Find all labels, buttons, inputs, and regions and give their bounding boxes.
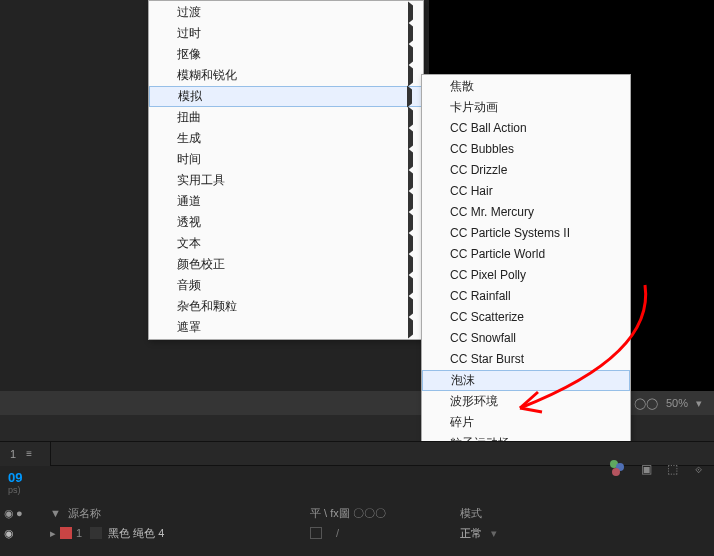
submenu-arrow-icon — [408, 23, 413, 44]
menu-item-9[interactable]: 通道 — [149, 191, 423, 212]
submenu-item-7[interactable]: CC Particle Systems II — [422, 223, 630, 244]
menu-item-label: 遮罩 — [177, 317, 201, 338]
submenu-item-label: CC Mr. Mercury — [450, 202, 534, 223]
menu-item-8[interactable]: 实用工具 — [149, 170, 423, 191]
timeline-tab-1[interactable]: 1 ≡ — [0, 442, 51, 466]
submenu-item-3[interactable]: CC Bubbles — [422, 139, 630, 160]
timeline-panel: 1 ≡ 09 ps) ◉ ● ▼ 源名称 平 \ fx圖 〇〇〇 模式 ◉ ▸ … — [0, 441, 714, 556]
menu-item-label: 杂色和颗粒 — [177, 296, 237, 317]
menu-item-label: 模拟 — [178, 86, 202, 107]
submenu-arrow-icon — [408, 212, 413, 233]
menu-item-0[interactable]: 过渡 — [149, 2, 423, 23]
graph-icon[interactable]: ⟐ — [688, 460, 708, 478]
submenu-item-13[interactable]: CC Star Burst — [422, 349, 630, 370]
submenu-arrow-icon — [408, 275, 413, 296]
menu-item-6[interactable]: 生成 — [149, 128, 423, 149]
submenu-item-label: CC Particle Systems II — [450, 223, 570, 244]
menu-item-label: 过渡 — [177, 2, 201, 23]
layer-type-icon — [90, 527, 102, 539]
zoom-dropdown[interactable]: 50% — [666, 397, 688, 409]
submenu-item-label: CC Rainfall — [450, 286, 511, 307]
submenu-item-14[interactable]: 泡沫 — [422, 370, 630, 391]
submenu-item-1[interactable]: 卡片动画 — [422, 97, 630, 118]
submenu-arrow-icon — [408, 149, 413, 170]
submenu-item-4[interactable]: CC Drizzle — [422, 160, 630, 181]
timecode-unit: ps) — [8, 485, 706, 495]
layer-name[interactable]: 黑色 绳色 4 — [108, 526, 164, 541]
menu-item-label: 时间 — [177, 149, 201, 170]
visibility-icon[interactable]: ◉ — [4, 507, 14, 520]
menu-item-4[interactable]: 模拟 — [149, 86, 423, 107]
submenu-arrow-icon — [407, 86, 412, 107]
mode-dropdown-icon[interactable]: ▾ — [491, 527, 497, 539]
submenu-item-label: CC Bubbles — [450, 139, 514, 160]
layer-color-chip[interactable] — [60, 527, 72, 539]
submenu-item-label: CC Particle World — [450, 244, 545, 265]
menu-item-label: 实用工具 — [177, 170, 225, 191]
menu-item-1[interactable]: 过时 — [149, 23, 423, 44]
submenu-item-16[interactable]: 碎片 — [422, 412, 630, 433]
submenu-arrow-icon — [408, 65, 413, 86]
twirl-icon[interactable]: ▸ — [50, 527, 56, 540]
layer-index: 1 — [76, 527, 82, 539]
submenu-arrow-icon — [408, 44, 413, 65]
submenu-item-9[interactable]: CC Pixel Polly — [422, 265, 630, 286]
menu-item-label: 文本 — [177, 233, 201, 254]
menu-item-15[interactable]: 遮罩 — [149, 317, 423, 338]
column-source-name[interactable]: 源名称 — [68, 507, 101, 519]
layer-visibility-toggle[interactable]: ◉ — [4, 527, 14, 540]
submenu-arrow-icon — [408, 128, 413, 149]
menu-item-2[interactable]: 抠像 — [149, 44, 423, 65]
submenu-item-label: 泡沫 — [451, 370, 475, 391]
submenu-item-label: 卡片动画 — [450, 97, 498, 118]
menu-item-label: 通道 — [177, 191, 201, 212]
submenu-item-label: CC Scatterize — [450, 307, 524, 328]
tab-menu-icon[interactable]: ≡ — [26, 442, 32, 466]
audio-icon[interactable]: ● — [16, 507, 23, 520]
switch-shy[interactable] — [310, 527, 322, 539]
render-icon[interactable]: ▣ — [636, 460, 656, 478]
submenu-item-label: CC Drizzle — [450, 160, 507, 181]
submenu-item-0[interactable]: 焦散 — [422, 76, 630, 97]
menu-item-5[interactable]: 扭曲 — [149, 107, 423, 128]
menu-item-11[interactable]: 文本 — [149, 233, 423, 254]
menu-item-10[interactable]: 透视 — [149, 212, 423, 233]
submenu-item-12[interactable]: CC Snowfall — [422, 328, 630, 349]
menu-item-3[interactable]: 模糊和锐化 — [149, 65, 423, 86]
submenu-item-label: 波形环境 — [450, 391, 498, 412]
menu-item-13[interactable]: 音频 — [149, 275, 423, 296]
submenu-item-6[interactable]: CC Mr. Mercury — [422, 202, 630, 223]
zoom-down-icon[interactable]: ▾ — [696, 397, 702, 410]
submenu-arrow-icon — [408, 170, 413, 191]
shy-icon[interactable]: ▼ — [50, 507, 61, 519]
menu-item-7[interactable]: 时间 — [149, 149, 423, 170]
submenu-item-8[interactable]: CC Particle World — [422, 244, 630, 265]
column-switches: 平 \ fx圖 〇〇〇 — [310, 506, 460, 521]
layer-row-1[interactable]: ◉ ▸ 1 黑色 绳色 4 / 正常 ▾ — [0, 523, 714, 543]
menu-item-label: 过时 — [177, 23, 201, 44]
submenu-item-5[interactable]: CC Hair — [422, 181, 630, 202]
menu-item-14[interactable]: 杂色和颗粒 — [149, 296, 423, 317]
submenu-item-label: CC Hair — [450, 181, 493, 202]
submenu-item-11[interactable]: CC Scatterize — [422, 307, 630, 328]
menu-item-label: 抠像 — [177, 44, 201, 65]
submenu-arrow-icon — [408, 2, 413, 23]
3d-icon[interactable]: ⬚ — [662, 460, 682, 478]
menu-item-label: 透视 — [177, 212, 201, 233]
menu-item-12[interactable]: 颜色校正 — [149, 254, 423, 275]
submenu-arrow-icon — [408, 191, 413, 212]
panel-icons-right: ▣ ⬚ ⟐ — [610, 460, 708, 478]
submenu-item-15[interactable]: 波形环境 — [422, 391, 630, 412]
menu-item-label: 颜色校正 — [177, 254, 225, 275]
submenu-item-10[interactable]: CC Rainfall — [422, 286, 630, 307]
layer-blend-mode[interactable]: 正常 — [460, 527, 482, 539]
mask-icon[interactable]: ◯◯ — [634, 397, 658, 410]
column-mode[interactable]: 模式 — [460, 506, 540, 521]
submenu-item-label: CC Snowfall — [450, 328, 516, 349]
timeline-tabs: 1 ≡ — [0, 442, 714, 466]
current-timecode[interactable]: 09 — [8, 470, 22, 485]
label-color-icon[interactable] — [610, 460, 630, 478]
submenu-item-label: CC Pixel Polly — [450, 265, 526, 286]
submenu-item-2[interactable]: CC Ball Action — [422, 118, 630, 139]
menu-item-label: 音频 — [177, 275, 201, 296]
